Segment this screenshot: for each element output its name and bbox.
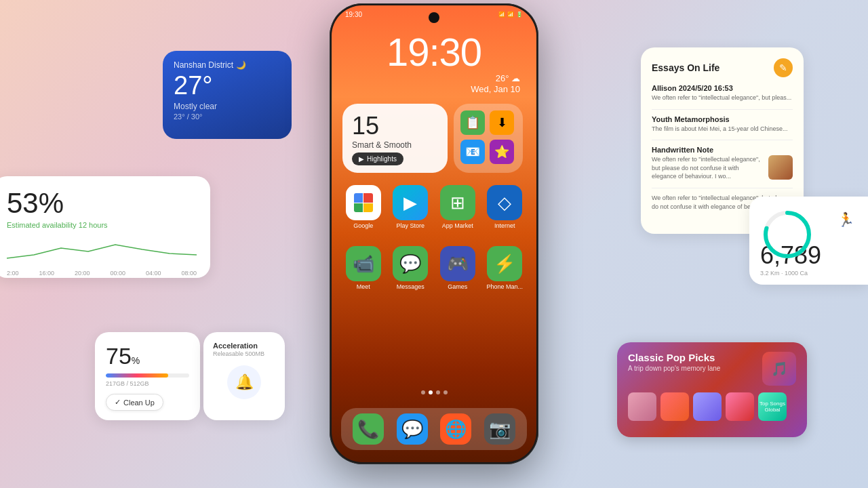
app-messages[interactable]: 💬 Messages [390,246,432,290]
music-thumb-3[interactable] [693,392,722,421]
phone-manager-icon[interactable]: ⚡ [487,246,522,281]
availability-time-labels: 2:00 16:00 20:00 00:00 04:00 08:00 [7,270,197,277]
dot-1[interactable] [421,390,425,394]
play-store-icon[interactable]: ▶ [393,185,428,220]
availability-chart [7,235,197,268]
phone-screen: 19:30 📶 📶 🔋 19:30 26° ☁ Wed, Jan 10 15 S… [332,5,536,462]
wifi-icon: 📶 [498,12,505,18]
folder-icon-3[interactable]: 📧 [460,140,485,164]
music-widget: Classic Pop Picks A trip down pop's memo… [617,342,807,437]
phone-dock: 📞 💬 🌐 📷 [341,408,527,450]
weather-widget: Nanshan District 🌙 27° Mostly clear 23° … [163,51,292,139]
app-folder[interactable]: 📋 ⬇ 📧 ⭐ [454,104,523,173]
google-icon[interactable] [346,185,381,220]
dot-4[interactable] [443,390,448,394]
ios15-highlights-button[interactable]: ▶ Highlights [352,152,403,165]
signal-icon: 📶 [507,12,514,18]
dock-chrome[interactable]: 🌐 [440,413,471,445]
app-games[interactable]: 🎮 Games [437,246,479,290]
music-main-thumbnail: 🎵 [762,352,796,386]
music-subtitle: A trip down pop's memory lane [628,365,720,372]
weather-location-text: Nanshan District [174,60,233,70]
essay-item-2: Youth Metamorphosis The film is about Me… [652,115,793,134]
dock-camera[interactable]: 📷 [484,413,515,445]
storage-bar-fill [106,373,168,378]
chrome-icon[interactable]: 🌐 [440,413,471,445]
apps-grid-row1: Google ▶ Play Store ⊞ App Market ◇ Inter… [342,185,526,229]
acceleration-subtitle: Releasable 500MB [213,350,264,357]
internet-icon[interactable]: ◇ [487,185,522,220]
app-phone-manager[interactable]: ⚡ Phone Man... [484,246,526,290]
page-dots [332,390,536,394]
weather-moon-icon: 🌙 [236,60,246,70]
essay-item-1: Allison 2024/5/20 16:53 We often refer t… [652,84,793,102]
acceleration-widget: Acceleration Releasable 500MB 🔔 [203,332,285,420]
availability-percent: 53% [7,187,197,220]
essays-title: Essays On Life [652,62,719,73]
fitness-arc [760,207,814,264]
essay-item-3: Handwritten Note We often refer to "inte… [652,146,793,181]
phone-frame: 19:30 📶 📶 🔋 19:30 26° ☁ Wed, Jan 10 15 S… [330,3,538,464]
phone-date: Wed, Jan 10 [471,84,520,94]
availability-widget: 53% Estimated availability 12 hours 2:00… [0,176,210,278]
folder-icon-2[interactable]: ⬇ [490,110,514,135]
music-thumb-4[interactable] [726,392,754,421]
cleanup-check-icon: ✓ [115,398,121,407]
dock-messages-icon[interactable]: 💬 [397,413,428,445]
weather-temperature: 27° [174,71,281,100]
storage-info: 217GB / 512GB [106,380,189,387]
dot-3[interactable] [436,390,440,394]
app-meet[interactable]: 📹 Meet [342,246,384,290]
phone-date-weather: 26° ☁ Wed, Jan 10 [471,73,520,94]
folder-icon-1[interactable]: 📋 [460,110,485,135]
music-title: Classic Pop Picks [628,352,720,363]
essay-divider-3 [652,188,793,188]
essay-thumbnail [768,155,793,180]
ios15-widget: 15 Smart & Smooth ▶ Highlights [342,104,448,173]
camera-icon[interactable]: 📷 [484,413,515,445]
app-google[interactable]: Google [342,185,384,229]
app-market[interactable]: ⊞ App Market [437,185,479,229]
essay-divider-2 [652,140,793,140]
acceleration-bell[interactable]: 🔔 [227,365,261,399]
dock-messages[interactable]: 💬 [397,413,428,445]
phone-status-icons: 📶 📶 🔋 [498,12,523,18]
essays-header: Essays On Life ✎ [652,58,793,77]
ios15-label: Smart & Smooth [352,140,438,150]
play-icon: ▶ [359,155,364,163]
phone-temperature: 26° ☁ [471,73,520,83]
music-thumb-1[interactable] [628,392,656,421]
phone-status-time: 19:30 [345,11,362,18]
cleanup-button[interactable]: ✓ Clean Up [106,394,163,411]
app-play-store[interactable]: ▶ Play Store [390,185,432,229]
music-thumbnails-row: Top Songs Global [628,392,796,421]
dock-phone[interactable]: 📞 [353,413,384,445]
storage-percent: 75% [106,343,189,369]
phone-call-icon[interactable]: 📞 [353,413,384,445]
weather-location: Nanshan District 🌙 [174,60,281,70]
fitness-runner-icon: 🏃 [837,211,854,228]
ios15-number: 15 [352,112,438,140]
messages-icon[interactable]: 💬 [393,246,428,281]
phone-status-bar: 19:30 📶 📶 🔋 [332,11,536,18]
availability-label: Estimated availability 12 hours [7,221,197,229]
storage-widget: 75% 217GB / 512GB ✓ Clean Up [95,332,200,420]
storage-bar [106,373,189,378]
essay-divider-1 [652,109,793,110]
fitness-widget: 🏃 6,789 3.2 Km · 1000 Ca [749,197,868,285]
folder-icon-4[interactable]: ⭐ [490,140,514,164]
music-thumb-5[interactable]: Top Songs Global [758,392,787,421]
music-thumb-2[interactable] [660,392,689,421]
weather-range: 23° / 30° [174,113,281,121]
games-icon[interactable]: 🎮 [440,246,475,281]
weather-description: Mostly clear [174,102,281,111]
acceleration-title: Acceleration [213,342,258,350]
phone-clock: 19:30 [332,29,536,75]
meet-icon[interactable]: 📹 [346,246,381,281]
dot-2[interactable] [429,390,433,394]
battery-icon: 🔋 [516,12,523,18]
essays-edit-icon[interactable]: ✎ [774,58,793,77]
app-market-icon[interactable]: ⊞ [440,185,475,220]
app-internet[interactable]: ◇ Internet [484,185,526,229]
fitness-distance: 3.2 Km · 1000 Ca [760,270,808,277]
